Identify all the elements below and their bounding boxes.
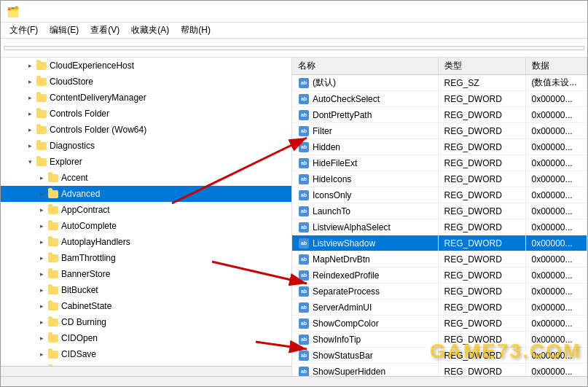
tree-item[interactable]: ▸AppContract <box>1 202 291 218</box>
tree-item-label: CabinetState <box>61 301 111 311</box>
col-name: 名称 <box>292 58 438 75</box>
reg-name-cell: abReindexedProfile <box>292 267 438 284</box>
table-row[interactable]: abAutoCheckSelectREG_DWORD0x00000... <box>292 91 587 107</box>
folder-icon <box>47 172 59 184</box>
folder-icon <box>47 252 59 264</box>
right-panel: 名称 类型 数据 ab(默认)REG_SZ(数值未设...abAutoCheck… <box>292 58 587 376</box>
tree-expander-icon[interactable]: ▸ <box>36 348 47 360</box>
tree-item[interactable]: ▸CloudExperienceHost <box>1 58 291 74</box>
menu-view[interactable]: 查看(V) <box>85 23 125 38</box>
reg-entry-icon: ab <box>298 270 310 281</box>
tree-item[interactable]: ▸BamThrottling <box>1 250 291 266</box>
tree-item-label: BannerStore <box>61 269 110 279</box>
reg-entry-icon: ab <box>298 77 310 89</box>
tree-expander-icon[interactable]: ▸ <box>36 188 47 200</box>
address-path[interactable] <box>4 46 584 50</box>
tree-expander-icon[interactable]: ▸ <box>36 300 47 312</box>
table-row[interactable]: abListviewShadowREG_DWORD0x00000... <box>292 235 587 251</box>
minimize-button[interactable] <box>478 1 511 23</box>
menu-favorites[interactable]: 收藏夹(A) <box>125 23 175 38</box>
tree-item-label: AppContract <box>61 205 110 215</box>
reg-entry-icon: ab <box>298 366 310 377</box>
registry-editor-window: 🗂️ 文件(F) 编辑(E) 查看(V) 收藏夹(A) 帮助(H) ▸Cloud… <box>0 0 588 387</box>
tree-item[interactable]: ▸CIDSave <box>1 346 291 362</box>
reg-name-text: (默认) <box>313 77 336 89</box>
maximize-button[interactable] <box>513 1 546 23</box>
reg-name-text: ShowSuperHidden <box>313 367 385 377</box>
tree-item-label: CD Burning <box>61 317 106 327</box>
tree-item[interactable]: ▸Advanced <box>1 186 291 202</box>
reg-name-cell: abDontPrettyPath <box>292 107 438 123</box>
table-row[interactable]: ab(默认)REG_SZ(数值未设... <box>292 75 587 91</box>
table-row[interactable]: abHiddenREG_DWORD0x00000... <box>292 139 587 155</box>
tree-item[interactable]: ▾Explorer <box>1 154 291 170</box>
tree-expander-icon[interactable]: ▸ <box>36 316 47 328</box>
reg-name-text: ReindexedProfile <box>313 270 379 281</box>
table-row[interactable]: abShowCompColorREG_DWORD0x00000... <box>292 316 587 332</box>
tree-expander-icon[interactable]: ▸ <box>24 108 36 120</box>
tree-item-label: BitBucket <box>61 285 98 295</box>
table-row[interactable]: abReindexedProfileREG_DWORD0x00000... <box>292 267 587 284</box>
tree-expander-icon[interactable]: ▸ <box>24 124 36 136</box>
table-row[interactable]: abListviewAlphaSelectREG_DWORD0x00000... <box>292 219 587 235</box>
tree-item[interactable]: ▸AutoplayHandlers <box>1 234 291 250</box>
close-button[interactable] <box>548 1 581 23</box>
table-row[interactable]: abIconsOnlyREG_DWORD0x00000... <box>292 187 587 203</box>
tree-item[interactable]: ▸ContentDeliveryManager <box>1 90 291 106</box>
reg-name-text: Filter <box>313 126 332 136</box>
menu-help[interactable]: 帮助(H) <box>175 23 216 38</box>
tree-item[interactable]: ▸Accent <box>1 170 291 186</box>
tree-expander-icon[interactable]: ▸ <box>36 268 47 280</box>
folder-icon <box>47 300 59 312</box>
tree-expander-icon[interactable]: ▸ <box>36 220 47 232</box>
table-row[interactable]: abFilterREG_DWORD0x00000... <box>292 123 587 139</box>
reg-name-cell: abLaunchTo <box>292 203 438 219</box>
tree-expander-icon[interactable]: ▸ <box>24 140 36 152</box>
table-row[interactable]: abSeparateProcessREG_DWORD0x00000... <box>292 284 587 300</box>
tree-expander-icon[interactable]: ▸ <box>36 172 47 184</box>
table-row[interactable]: abLaunchToREG_DWORD0x00000... <box>292 203 587 219</box>
tree-expander-icon[interactable]: ▸ <box>24 60 36 71</box>
tree-item[interactable]: ▸CabinetState <box>1 298 291 314</box>
reg-data-cell: 0x00000... <box>525 187 587 203</box>
tree-expander-icon[interactable]: ▸ <box>36 252 47 264</box>
tree-item[interactable]: ▸Controls Folder <box>1 106 291 122</box>
bottom-bar <box>1 376 587 386</box>
tree-expander-icon[interactable]: ▸ <box>36 204 47 216</box>
reg-entry-icon: ab <box>298 302 310 313</box>
tree-item[interactable]: ▸BannerStore <box>1 266 291 282</box>
table-row[interactable]: abHideFileExtREG_DWORD0x00000... <box>292 155 587 171</box>
reg-type-cell: REG_DWORD <box>438 300 525 316</box>
reg-name-text: IconsOnly <box>313 190 351 200</box>
tree-expander-icon[interactable]: ▸ <box>24 76 36 87</box>
table-row[interactable]: abServerAdminUIREG_DWORD0x00000... <box>292 300 587 316</box>
table-row[interactable]: abMapNetDrvBtnREG_DWORD0x00000... <box>292 251 587 267</box>
menu-edit[interactable]: 编辑(E) <box>44 23 85 38</box>
tree-expander-icon[interactable]: ▸ <box>36 284 47 296</box>
tree-scrollbar-h[interactable] <box>1 366 291 376</box>
tree-expander-icon[interactable]: ▸ <box>36 332 47 344</box>
tree-item[interactable]: ▸CloudStore <box>1 74 291 90</box>
table-row[interactable]: abHideIconsREG_DWORD0x00000... <box>292 171 587 187</box>
menu-file[interactable]: 文件(F) <box>4 23 44 38</box>
tree-item[interactable]: ▸AutoComplete <box>1 218 291 234</box>
reg-entry-icon: ab <box>298 189 310 201</box>
folder-icon <box>36 124 47 136</box>
tree-item[interactable]: ▸Diagnostics <box>1 138 291 154</box>
menu-bar: 文件(F) 编辑(E) 查看(V) 收藏夹(A) 帮助(H) <box>1 23 587 39</box>
tree-expander-icon[interactable]: ▾ <box>24 156 36 168</box>
reg-data-cell: 0x00000... <box>525 235 587 251</box>
reg-name-cell: abShowCompColor <box>292 316 438 332</box>
tree-item[interactable]: ▸CIDOpen <box>1 330 291 346</box>
table-row[interactable]: abDontPrettyPathREG_DWORD0x00000... <box>292 107 587 123</box>
tree-item-label: AutoplayHandlers <box>61 237 130 247</box>
folder-icon <box>47 348 59 360</box>
tree-item[interactable]: ▸BitBucket <box>1 282 291 298</box>
reg-name-text: Hidden <box>313 142 340 152</box>
reg-data-cell: 0x00000... <box>525 123 587 139</box>
tree-item[interactable]: ▸CD Burning <box>1 314 291 330</box>
tree-expander-icon[interactable]: ▸ <box>24 92 36 103</box>
tree-expander-icon[interactable]: ▸ <box>36 236 47 248</box>
tree-item-label: Controls Folder (Wow64) <box>50 125 146 135</box>
tree-item[interactable]: ▸Controls Folder (Wow64) <box>1 122 291 138</box>
